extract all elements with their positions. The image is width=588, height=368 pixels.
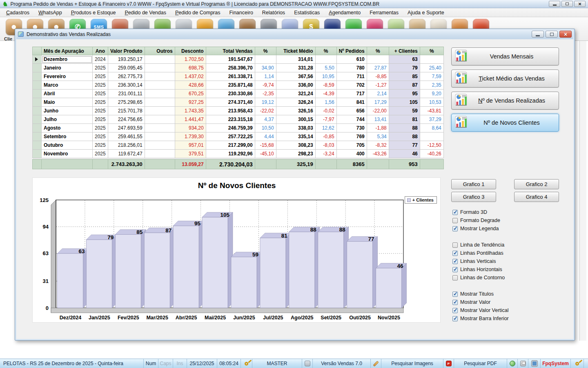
table-cell[interactable]	[145, 150, 175, 158]
table-row[interactable]: Maio2025275.298,65927,25274.371,4019,123…	[33, 98, 444, 107]
dialog-close-button[interactable]	[559, 31, 572, 38]
table-cell[interactable]: -0,85	[315, 132, 336, 141]
table-cell[interactable]: 257.722,25	[206, 132, 255, 141]
table-cell[interactable]: 2025	[93, 150, 108, 158]
checkbox-linhas-pontilhadas[interactable]: Linhas Pontilhadas	[452, 249, 560, 257]
table-cell[interactable]: 274.371,40	[206, 98, 255, 107]
table-cell[interactable]: -15,68	[255, 141, 276, 150]
table-cell[interactable]: 2025	[93, 107, 108, 115]
table-cell[interactable]: 275.298,65	[108, 98, 145, 107]
checked-checkbox-icon[interactable]	[452, 308, 458, 313]
globe-icon[interactable]	[507, 359, 518, 368]
table-cell[interactable]: 1.441,47	[175, 115, 206, 124]
table-cell[interactable]: 934,20	[175, 124, 206, 132]
table-cell[interactable]: 1,56	[315, 98, 336, 107]
monitor-icon[interactable]	[528, 359, 541, 368]
table-cell[interactable]: 428,66	[175, 81, 206, 90]
table-cell[interactable]: Junho	[42, 107, 93, 115]
table-row[interactable]: Outubro2025218.256,01957,01217.299,00-15…	[33, 141, 444, 150]
table-row[interactable]: Janeiro2025259.095,45698,75258.396,7034,…	[33, 64, 444, 72]
menu-item-produtos-e-estoque[interactable]: Produtos e Estoque	[67, 9, 120, 17]
table-cell[interactable]: 2025	[93, 115, 108, 124]
checkbox-linhas-de-contorno[interactable]: Linhas de Contorno	[452, 274, 560, 282]
search-pdf-button[interactable]: Pesquisar PDF	[454, 359, 507, 368]
table-cell[interactable]: 335,14	[276, 132, 315, 141]
table-cell[interactable]: 744	[336, 115, 367, 124]
menu-item-whatsapp[interactable]: WhatsApp	[34, 9, 67, 17]
table-cell[interactable]: 77	[389, 141, 420, 150]
menu-item-financeiro[interactable]: Financeiro	[225, 9, 257, 17]
table-cell[interactable]: 711	[336, 72, 367, 81]
table-cell[interactable]: 2025	[93, 141, 108, 150]
table-cell[interactable]: 37,29	[420, 115, 443, 124]
table-cell[interactable]: 1.702,50	[175, 55, 206, 64]
table-cell[interactable]: 79	[389, 64, 420, 72]
table-cell[interactable]: 2025	[93, 90, 108, 98]
table-cell[interactable]: 1,14	[255, 72, 276, 81]
printer-icon[interactable]	[518, 359, 528, 368]
table-cell[interactable]: 2025	[93, 72, 108, 81]
checkbox-formato-degrade[interactable]: Formato Degrade	[452, 216, 560, 224]
table-cell[interactable]: 218.256,01	[108, 141, 145, 150]
table-cell[interactable]: 8,64	[420, 124, 443, 132]
table-cell[interactable]: -22,02	[255, 107, 276, 115]
table-cell[interactable]: -1,88	[367, 124, 389, 132]
table-row[interactable]: Fevereiro2025262.775,731.437,02261.338,7…	[33, 72, 444, 81]
table-cell[interactable]: 2025	[93, 64, 108, 72]
table-cell[interactable]: -3,24	[315, 150, 336, 158]
table-cell[interactable]: 1.437,02	[175, 72, 206, 81]
unchecked-checkbox-icon[interactable]	[452, 275, 458, 280]
table-cell[interactable]: 119.292,96	[206, 150, 255, 158]
table-cell[interactable]: 235.871,48	[206, 81, 255, 90]
button-grafico-2[interactable]: Grafico 2	[514, 179, 559, 189]
table-cell[interactable]: Fevereiro	[42, 72, 93, 81]
table-cell[interactable]	[145, 55, 175, 64]
checkbox-mostrar-valor-vertical[interactable]: Mostrar Valor Vertical	[452, 306, 560, 314]
table-cell[interactable]: 400	[336, 150, 367, 158]
table-cell[interactable]: 730	[336, 124, 367, 132]
table-cell[interactable]: 326,24	[276, 98, 315, 107]
menu-item-relat-rios[interactable]: Relatórios	[258, 9, 290, 17]
table-cell[interactable]: -9,74	[255, 81, 276, 90]
table-cell[interactable]: -40,26	[420, 150, 443, 158]
table-cell[interactable]: 262.775,73	[108, 72, 145, 81]
table-cell[interactable]: -8,59	[315, 81, 336, 90]
menu-item-pedido-de-vendas[interactable]: Pedido de Vendas	[120, 9, 170, 17]
table-cell[interactable]: 326,16	[276, 107, 315, 115]
button-grafico-1[interactable]: Grafico 1	[451, 179, 496, 189]
table-cell[interactable]: 321,24	[276, 90, 315, 98]
table-cell[interactable]	[145, 90, 175, 98]
table-cell[interactable]: 780	[336, 64, 367, 72]
table-cell[interactable]: -43,81	[420, 107, 443, 115]
table-cell[interactable]: 2024	[93, 55, 108, 64]
table-cell[interactable]: 10,53	[420, 98, 443, 107]
table-cell[interactable]: 336,00	[276, 81, 315, 90]
checkbox-mostrar-titulos[interactable]: Mostrar Titulos	[452, 290, 560, 298]
table-cell[interactable]: 698,75	[175, 64, 206, 72]
table-cell[interactable]: Julho	[42, 115, 93, 124]
table-cell[interactable]: 331,28	[276, 64, 315, 72]
table-cell[interactable]: 88	[389, 132, 420, 141]
table-cell[interactable]: -8,03	[315, 141, 336, 150]
table-cell[interactable]: 717	[336, 90, 367, 98]
checked-checkbox-icon[interactable]	[452, 316, 458, 321]
table-cell[interactable]: 308,23	[276, 141, 315, 150]
table-cell[interactable]	[420, 132, 443, 141]
menu-item-pedido-de-compras[interactable]: Pedido de Compras	[171, 9, 225, 17]
checkbox-formato-3d[interactable]: Formato 3D	[452, 208, 560, 216]
table-cell[interactable]: 27,87	[367, 64, 389, 72]
table-cell[interactable]: 224.756,65	[108, 115, 145, 124]
table-cell[interactable]: 7,59	[420, 72, 443, 81]
table-cell[interactable]: 191.547,67	[206, 55, 255, 64]
table-cell[interactable]: 247.693,59	[108, 124, 145, 132]
table-cell[interactable]: 2,35	[420, 81, 443, 90]
table-cell[interactable]	[145, 72, 175, 81]
chart-select-button-n-de-vendas-realizadas[interactable]: Nº de Vendas Realizadas	[451, 92, 559, 110]
table-row[interactable]: Abril2025231.001,11670,25230.330,86-2,35…	[33, 90, 444, 98]
table-cell[interactable]: 87	[389, 81, 420, 90]
table-cell[interactable]: -0,02	[315, 107, 336, 115]
table-row[interactable]: Julho2025224.756,651.441,47223.315,184,3…	[33, 115, 444, 124]
unchecked-checkbox-icon[interactable]	[452, 242, 458, 248]
table-cell[interactable]: 656	[336, 107, 367, 115]
table-cell[interactable]: Setembro	[42, 132, 93, 141]
